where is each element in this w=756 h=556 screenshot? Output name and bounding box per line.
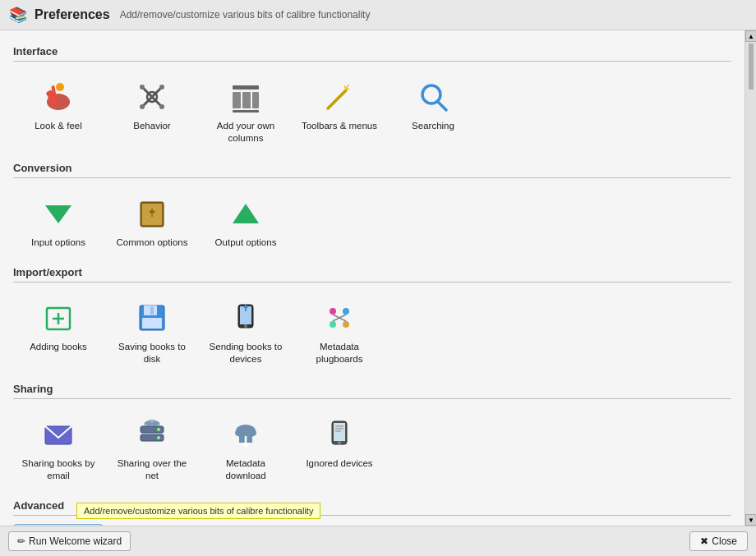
close-button[interactable]: ✖ Close xyxy=(689,531,748,551)
svg-line-19 xyxy=(346,89,349,90)
section-title-import-export: Import/export xyxy=(13,266,731,278)
app-title: Preferences xyxy=(35,7,110,22)
svg-marker-58 xyxy=(242,443,250,448)
svg-line-22 xyxy=(438,102,446,110)
pref-item-searching[interactable]: Searching xyxy=(388,70,478,150)
sending-books-label: Sending books to devices xyxy=(206,341,285,365)
searching-label: Searching xyxy=(412,120,454,132)
add-columns-label: Add your own columns xyxy=(206,120,285,145)
pref-item-adding-books[interactable]: Adding books xyxy=(13,291,104,371)
wizard-button[interactable]: ✏ Run Welcome wizard xyxy=(8,531,131,551)
svg-point-48 xyxy=(157,428,160,431)
svg-rect-60 xyxy=(334,423,345,441)
pref-item-metadata-download[interactable]: Metadata download xyxy=(201,407,291,488)
look-feel-label: Look & feel xyxy=(35,120,82,132)
prefs-panel: Interface Look & feel xyxy=(0,30,744,526)
add-columns-icon xyxy=(226,77,265,117)
output-options-label: Output options xyxy=(215,237,277,249)
common-options-icon xyxy=(132,194,172,233)
sharing-email-label: Sharing books by email xyxy=(19,457,98,482)
section-title-sharing: Sharing xyxy=(13,383,731,395)
saving-books-label: Saving books to disk xyxy=(113,341,191,365)
svg-rect-32 xyxy=(150,306,154,315)
saving-books-icon xyxy=(132,298,172,338)
sharing-net-label: Sharing over the net xyxy=(113,457,191,482)
svg-rect-13 xyxy=(242,92,251,108)
ignored-devices-icon xyxy=(320,415,359,454)
pref-item-metadata-plugboards[interactable]: Metadata plugboards xyxy=(294,291,385,371)
svg-point-42 xyxy=(343,321,349,328)
pref-item-behavior[interactable]: Behavior xyxy=(107,70,197,150)
svg-marker-23 xyxy=(45,205,71,223)
svg-point-10 xyxy=(159,85,164,90)
pref-item-sharing-net[interactable]: Sharing over the net xyxy=(107,407,197,488)
footer: ✏ Run Welcome wizard ✖ Close xyxy=(0,526,756,556)
svg-point-8 xyxy=(159,104,164,109)
pref-item-sending-books[interactable]: Sending books to devices xyxy=(201,291,291,371)
svg-line-18 xyxy=(344,85,346,89)
look-feel-icon xyxy=(39,77,78,117)
behavior-label: Behavior xyxy=(133,120,170,132)
pref-item-saving-books[interactable]: Saving books to disk xyxy=(107,291,197,371)
metadata-plugboards-label: Metadata plugboards xyxy=(300,341,379,365)
svg-point-49 xyxy=(157,436,160,439)
toolbars-icon xyxy=(320,77,359,117)
input-options-icon xyxy=(39,194,78,233)
svg-rect-11 xyxy=(233,85,259,90)
input-options-label: Input options xyxy=(31,237,85,249)
pref-item-toolbars[interactable]: Toolbars & menus xyxy=(294,70,385,150)
svg-point-7 xyxy=(140,85,145,90)
svg-point-41 xyxy=(330,321,336,328)
pref-item-output-options[interactable]: Output options xyxy=(201,186,291,255)
ignored-devices-label: Ignored devices xyxy=(306,457,372,470)
toolbars-label: Toolbars & menus xyxy=(302,120,377,132)
section-interface: Interface Look & feel xyxy=(13,45,731,150)
behavior-icon xyxy=(132,77,172,117)
metadata-download-label: Metadata download xyxy=(206,457,285,482)
title-bar: 📚 Preferences Add/remove/customize vario… xyxy=(0,0,756,30)
adding-books-icon xyxy=(39,298,78,338)
pref-item-ignored-devices[interactable]: Ignored devices xyxy=(294,407,385,488)
svg-point-39 xyxy=(330,308,336,315)
section-title-interface: Interface xyxy=(13,45,731,57)
section-sharing: Sharing Sharing books by email xyxy=(13,383,731,488)
tooltip: Add/remove/customize various bits of cal… xyxy=(76,503,320,519)
metadata-download-icon xyxy=(226,415,265,454)
searching-icon xyxy=(413,77,453,117)
section-title-conversion: Conversion xyxy=(13,162,731,174)
svg-point-51 xyxy=(144,421,152,426)
svg-rect-12 xyxy=(233,92,241,108)
section-conversion: Conversion Input options xyxy=(13,162,731,255)
common-options-label: Common options xyxy=(117,237,188,249)
pref-item-look-feel[interactable]: Look & feel xyxy=(13,70,104,150)
pref-item-add-columns[interactable]: Add your own columns xyxy=(201,70,291,150)
pref-item-input-options[interactable]: Input options xyxy=(13,186,104,255)
svg-point-40 xyxy=(343,308,349,315)
close-icon: ✖ xyxy=(700,535,708,547)
wizard-label: Run Welcome wizard xyxy=(29,535,122,547)
app-icon: 📚 xyxy=(8,5,28,25)
adding-books-label: Adding books xyxy=(30,341,87,353)
svg-rect-15 xyxy=(233,110,259,113)
section-import-export: Import/export Adding books xyxy=(13,266,731,371)
pref-item-sharing-email[interactable]: Sharing books by email xyxy=(13,407,104,488)
sharing-net-icon xyxy=(132,415,172,454)
svg-line-16 xyxy=(328,90,346,108)
metadata-plugboards-icon xyxy=(320,298,359,338)
scrollbar-thumb[interactable] xyxy=(747,42,755,91)
svg-rect-14 xyxy=(252,92,259,108)
sharing-email-icon xyxy=(39,415,78,454)
scrollbar-down-arrow[interactable]: ▼ xyxy=(745,514,756,526)
svg-point-9 xyxy=(140,104,145,109)
pref-item-common-options[interactable]: Common options xyxy=(107,186,197,255)
scrollbar[interactable]: ▲ ▼ xyxy=(744,30,756,526)
svg-marker-26 xyxy=(233,204,259,223)
scrollbar-up-arrow[interactable]: ▲ xyxy=(745,30,756,42)
output-options-icon xyxy=(226,194,265,233)
svg-line-20 xyxy=(347,85,348,88)
sending-books-icon xyxy=(226,298,265,338)
svg-rect-33 xyxy=(142,318,162,329)
svg-point-36 xyxy=(244,324,247,328)
svg-point-3 xyxy=(56,83,64,91)
svg-point-61 xyxy=(338,441,341,444)
